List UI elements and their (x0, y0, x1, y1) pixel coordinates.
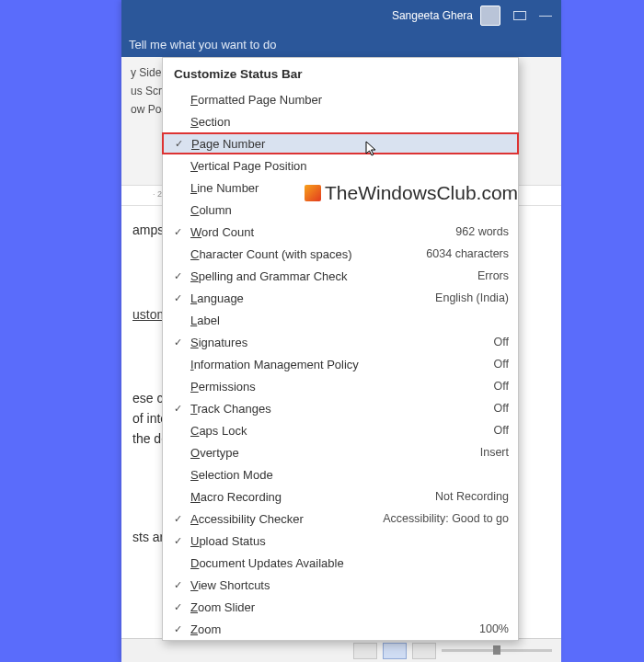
menu-item-zoom-slider[interactable]: ✓Zoom Slider (163, 596, 518, 618)
check-icon: ✓ (168, 535, 187, 547)
menu-item-value: Off (494, 380, 509, 393)
menu-item-information-management-policy[interactable]: Information Management PolicyOff (163, 353, 518, 375)
menu-item-label: Label (187, 314, 509, 327)
watermark-icon (305, 185, 321, 201)
menu-item-label: Overtype (187, 446, 480, 460)
check-icon: ✓ (169, 138, 188, 150)
menu-item-label: Vertical Page Position (187, 159, 509, 173)
check-icon: ✓ (168, 337, 187, 348)
check-icon: ✓ (168, 601, 187, 613)
title-bar: Sangeeta Ghera (121, 0, 561, 31)
menu-item-section[interactable]: Section (163, 110, 518, 132)
menu-item-label: Section (187, 115, 509, 129)
status-bar (121, 638, 561, 662)
menu-title: Customize Status Bar (163, 58, 518, 88)
menu-item-value: English (India) (435, 291, 509, 304)
menu-item-accessibility-checker[interactable]: ✓Accessibility CheckerAccessibility: Goo… (163, 508, 518, 530)
menu-item-spelling-and-grammar-check[interactable]: ✓Spelling and Grammar CheckErrors (163, 265, 518, 287)
tell-me-placeholder: Tell me what you want to do (129, 38, 276, 51)
menu-item-label: Column (187, 203, 509, 217)
menu-item-label: Caps Lock (187, 424, 494, 438)
watermark: TheWindowsClub.com (305, 182, 518, 204)
menu-item-vertical-page-position[interactable]: Vertical Page Position (163, 154, 518, 177)
user-account[interactable]: Sangeeta Ghera (392, 6, 500, 26)
menu-item-label: Word Count (187, 225, 455, 239)
mouse-cursor-icon (365, 141, 378, 157)
avatar (480, 6, 500, 26)
menu-item-label: View Shortcuts (187, 578, 509, 592)
menu-item-caps-lock[interactable]: Caps LockOff (163, 419, 518, 441)
menu-item-value: Off (494, 336, 509, 348)
menu-item-label: Track Changes (187, 402, 494, 416)
menu-item-view-shortcuts[interactable]: ✓View Shortcuts (163, 574, 518, 596)
menu-item-language[interactable]: ✓LanguageEnglish (India) (163, 287, 518, 309)
menu-item-value: 6034 characters (426, 247, 509, 260)
menu-item-value: Off (494, 358, 509, 371)
menu-item-label: Page Number (188, 137, 508, 151)
menu-item-value: Errors (477, 269, 509, 282)
menu-item-macro-recording[interactable]: Macro RecordingNot Recording (163, 485, 518, 508)
menu-item-label: Formatted Page Number (187, 93, 509, 107)
menu-item-value: 962 words (455, 225, 509, 238)
check-icon: ✓ (168, 292, 187, 304)
menu-item-label: Language (187, 291, 435, 305)
menu-item-character-count-with-spaces-[interactable]: Character Count (with spaces)6034 charac… (163, 243, 518, 265)
menu-item-label: Zoom (187, 622, 479, 636)
menu-item-value: Accessibility: Good to go (383, 512, 509, 525)
view-focus-button[interactable] (353, 643, 377, 659)
menu-item-formatted-page-number[interactable]: Formatted Page Number (163, 88, 518, 110)
menu-item-signatures[interactable]: ✓SignaturesOff (163, 331, 518, 353)
check-icon: ✓ (168, 513, 187, 525)
menu-item-value: Off (494, 424, 509, 437)
menu-item-label: Permissions (187, 380, 494, 394)
check-icon: ✓ (168, 270, 187, 282)
check-icon: ✓ (168, 623, 187, 635)
check-icon: ✓ (168, 579, 187, 591)
menu-item-permissions[interactable]: PermissionsOff (163, 375, 518, 397)
menu-item-document-updates-available[interactable]: Document Updates Available (163, 552, 518, 574)
tell-me-search[interactable]: Tell me what you want to do (121, 31, 561, 57)
menu-item-page-number[interactable]: ✓Page Number (162, 132, 519, 154)
minimize-icon[interactable] (539, 16, 552, 17)
menu-item-label: Accessibility Checker (187, 512, 383, 526)
user-name-label: Sangeeta Ghera (392, 9, 473, 22)
view-web-layout-button[interactable] (412, 643, 436, 659)
menu-item-value: Off (494, 402, 509, 415)
menu-item-value: Not Recording (435, 490, 509, 503)
menu-item-label: Information Management Policy (187, 358, 494, 371)
zoom-slider[interactable] (442, 649, 552, 652)
watermark-text: TheWindowsClub.com (325, 182, 518, 204)
menu-item-label: Zoom Slider (187, 600, 509, 614)
menu-item-word-count[interactable]: ✓Word Count962 words (163, 221, 518, 243)
menu-item-label: Document Updates Available (187, 556, 509, 570)
check-icon: ✓ (168, 403, 187, 415)
check-icon: ✓ (168, 226, 187, 238)
menu-item-track-changes[interactable]: ✓Track ChangesOff (163, 397, 518, 419)
menu-item-value: Insert (480, 446, 509, 459)
menu-item-zoom[interactable]: ✓Zoom100% (163, 618, 518, 640)
menu-item-label: Signatures (187, 336, 494, 349)
ribbon-options-icon[interactable] (513, 11, 526, 20)
menu-item-selection-mode[interactable]: Selection Mode (163, 463, 518, 485)
menu-item-label: Upload Status (187, 534, 509, 548)
menu-item-label: Character Count (with spaces) (187, 247, 426, 261)
menu-item-label: Spelling and Grammar Check (187, 269, 477, 283)
menu-item-overtype[interactable]: OvertypeInsert (163, 441, 518, 463)
menu-item-label: Selection Mode (187, 468, 509, 482)
menu-item-value: 100% (479, 622, 509, 635)
menu-item-label: Macro Recording (187, 490, 435, 504)
view-print-layout-button[interactable] (383, 643, 407, 659)
menu-item-label[interactable]: Label (163, 309, 518, 331)
menu-item-upload-status[interactable]: ✓Upload Status (163, 530, 518, 552)
customize-status-bar-menu: Customize Status Bar Formatted Page Numb… (162, 57, 519, 641)
